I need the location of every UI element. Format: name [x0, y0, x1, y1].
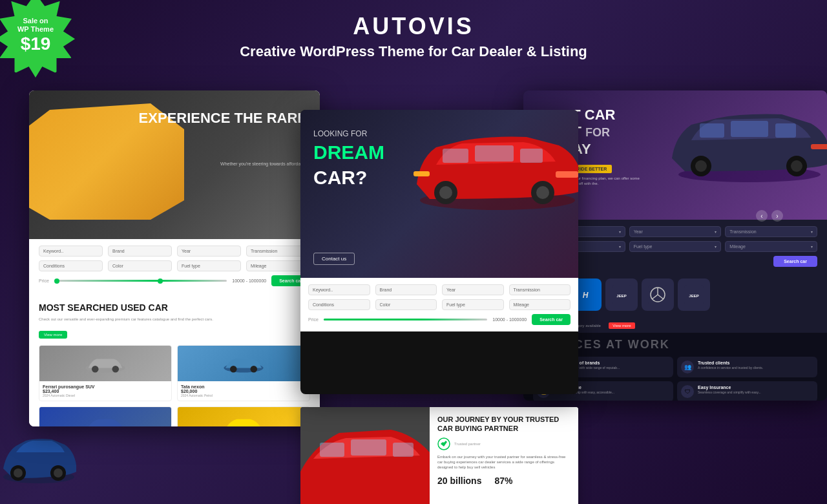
mid-search-btn[interactable]: Search car [532, 314, 571, 325]
right-fuel[interactable]: Fuel type▾ [629, 241, 722, 252]
conditions-field[interactable]: Conditions [39, 260, 103, 271]
bottom-mid-section: OUR JOURNEY BY YOUR TRUSTED CAR BUYING P… [300, 407, 578, 504]
price-range-bar[interactable] [54, 280, 227, 282]
mid-transmission[interactable]: Transmission [509, 284, 571, 295]
journey-icon-label: Trusted partner [454, 442, 481, 446]
mid-fuel[interactable]: Fuel type [442, 299, 504, 310]
svg-rect-25 [556, 171, 578, 178]
looking-for-text: LOOKING FOR [313, 129, 384, 140]
next-arrow[interactable]: › [771, 210, 783, 222]
svg-rect-20 [520, 149, 543, 163]
car-card-3[interactable]: Audi A4 $56,000 2020 Semi-automatic Hybr… [39, 406, 172, 426]
mid-price-bar[interactable] [324, 319, 487, 320]
mid-brand[interactable]: Brand [375, 284, 437, 295]
right-year[interactable]: Year▾ [629, 226, 722, 237]
sale-price: $19 [21, 34, 51, 54]
svg-rect-39 [775, 123, 796, 138]
svg-rect-19 [475, 145, 514, 162]
search-row-1: Keyword.. Brand Year Transmission [39, 246, 310, 257]
car-card-2[interactable]: Tata nexon $20,000 2024 Automatic Petrol [177, 345, 310, 401]
brand-jeep-1[interactable]: JEEP [605, 278, 638, 311]
mid-hero-text: LOOKING FOR DREAM CAR? [313, 129, 384, 190]
mid-price-row: Price 10000 - 1000000 Search car [308, 314, 571, 325]
svg-point-22 [439, 186, 452, 199]
mid-price-range: 10000 - 1000000 [492, 317, 527, 322]
right-mileage[interactable]: Mileage▾ [725, 241, 817, 252]
car-name-1: Ferrari purosangue SUV [43, 384, 168, 389]
dream-text: DREAM [313, 140, 384, 165]
car-text: CAR? [313, 165, 384, 190]
keyword-field[interactable]: Keyword.. [39, 246, 103, 257]
svg-rect-30 [393, 443, 414, 457]
car-image-1 [39, 346, 171, 381]
section-title: MOST SEARCHED USED CAR [39, 302, 310, 313]
journey-car-image [300, 407, 430, 504]
mid-contact-btn[interactable]: Contact us [313, 253, 355, 265]
svg-rect-38 [731, 121, 768, 137]
svg-point-41 [695, 160, 707, 172]
svg-text:JEEP: JEEP [689, 294, 698, 298]
stat-percent: 87% [494, 476, 512, 486]
car-meta-1: 2024 Automatic Diesel [43, 394, 168, 397]
car-price-2: $20,000 [181, 389, 306, 394]
brand-field[interactable]: Brand [108, 246, 172, 257]
tagline: Creative WordPress Theme for Car Dealer … [0, 43, 827, 60]
mid-search-row-2: Conditions Color Fuel type Mileage [308, 299, 571, 310]
brand-name: AUTOVIS [0, 13, 827, 40]
left-hero: EXPERIENCE THE RARE Whether you're steer… [29, 90, 320, 239]
year-field[interactable]: Year [177, 246, 241, 257]
mid-color[interactable]: Color [375, 299, 437, 310]
svg-rect-37 [700, 123, 724, 138]
journey-icon-row: Trusted partner [437, 437, 571, 450]
journey-title: OUR JOURNEY BY YOUR TRUSTED CAR BUYING P… [437, 415, 571, 434]
svg-rect-18 [443, 149, 468, 163]
brand-mercedes[interactable] [642, 278, 674, 311]
car-info-2: Tata nexon $20,000 2024 Automatic Petrol [178, 381, 309, 401]
left-hero-text: EXPERIENCE THE RARE [139, 110, 307, 127]
mid-search-row-1: Keyword.. Brand Year Transmission [308, 284, 571, 295]
price-label: Price [39, 278, 49, 283]
car-info-1: Ferrari purosangue SUV $23,400 2024 Auto… [39, 381, 171, 401]
stat-percent-value: 87% [494, 476, 512, 486]
stat-billions: 20 billions [437, 476, 481, 486]
right-transmission[interactable]: Transmission▾ [725, 226, 817, 237]
service-clients-text: Trusted clients A confidence in service … [698, 361, 763, 370]
svg-rect-29 [351, 439, 386, 456]
right-search-btn[interactable]: Search car [773, 256, 817, 267]
sale-text-line2: WP Theme [17, 25, 54, 34]
svg-text:H: H [583, 291, 589, 300]
left-hero-sub: Whether you're steering towards affordab… [220, 162, 307, 166]
mid-keyword[interactable]: Keyword.. [308, 284, 370, 295]
car-card-4[interactable]: BMW A4 $47,400 2016 Automatic Petrol [177, 406, 310, 426]
fuel-field[interactable]: Fuel type [177, 260, 241, 271]
color-field[interactable]: Color [108, 260, 172, 271]
svg-point-5 [251, 366, 258, 373]
service-insurance: 🛡 Easy Insurance Seamless coverage and s… [677, 381, 817, 401]
price-range-text: 10000 - 1000000 [232, 278, 266, 283]
svg-point-24 [536, 186, 549, 199]
screenshot-middle: LOOKING FOR DREAM CAR? Contact us [300, 110, 578, 394]
svg-point-43 [791, 160, 802, 172]
svg-rect-26 [414, 171, 430, 176]
screenshot-left: EXPERIENCE THE RARE Whether you're steer… [29, 90, 320, 426]
sale-text-line1: Sale on [23, 17, 48, 25]
car-card-1[interactable]: Ferrari purosangue SUV $23,400 2024 Auto… [39, 345, 172, 401]
car-image-4 [178, 407, 309, 426]
mid-year[interactable]: Year [442, 284, 504, 295]
car-price-1: $23,400 [43, 389, 168, 394]
red-car [410, 123, 578, 258]
right-view-more[interactable]: View more [609, 322, 634, 329]
clients-icon: 👥 [681, 361, 694, 373]
svg-point-4 [230, 366, 237, 373]
car-image-3 [39, 407, 171, 426]
svg-rect-28 [320, 443, 344, 457]
brand-jeep-2[interactable]: JEEP [678, 278, 710, 311]
price-row: Price 10000 - 1000000 Search car [39, 275, 310, 286]
svg-point-1 [92, 366, 99, 373]
mid-conditions[interactable]: Conditions [308, 299, 370, 310]
svg-point-14 [14, 468, 23, 478]
svg-text:JEEP: JEEP [616, 294, 626, 298]
view-btn[interactable]: View more [39, 331, 67, 339]
prev-arrow[interactable]: ‹ [756, 210, 768, 222]
mid-mileage[interactable]: Mileage [509, 299, 571, 310]
